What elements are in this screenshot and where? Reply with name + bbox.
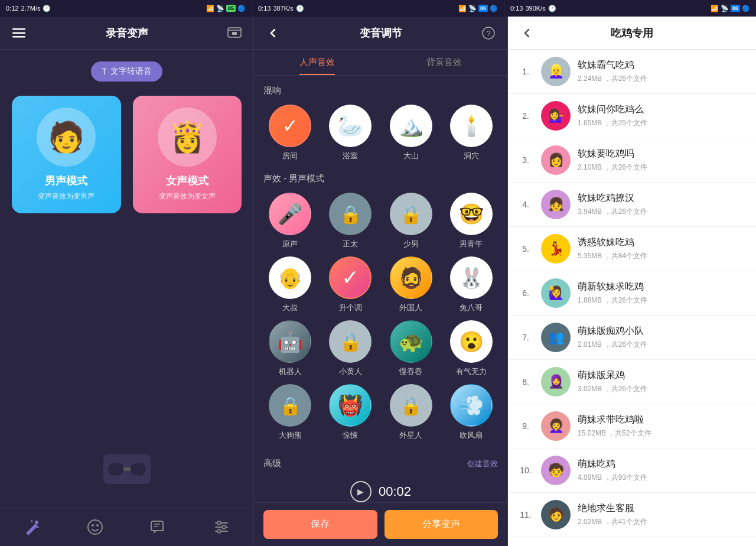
effect-label-youngmale: 少男	[403, 239, 419, 249]
list-title: 软妹问你吃鸡么	[578, 103, 747, 116]
play-button[interactable]: ▶	[350, 481, 372, 502]
effect-fan[interactable]: 💨 吹风扇	[445, 384, 498, 441]
panel2-bottom-buttons: 保存 分享变声	[254, 502, 507, 546]
effect-bugs-bunny[interactable]: 🐰 兔八哥	[445, 256, 498, 313]
list-num: 1.	[517, 67, 534, 76]
list-item[interactable]: 5. 💃 诱惑软妹吃鸡 5.35MB ，共84个文件	[508, 227, 756, 271]
effect-slow[interactable]: 🐢 慢吞吞	[384, 320, 438, 377]
list-item[interactable]: 9. 👩‍🦱 萌妹求带吃鸡啦 15.02MB ，共52个文件	[508, 404, 756, 448]
signal-icon-3: 📶	[711, 5, 719, 12]
effect-circle-bathroom: 🦢	[329, 105, 372, 147]
list-item[interactable]: 8. 🧕 萌妹版呆鸡 3.02MB ，共26个文件	[508, 360, 756, 404]
list-title: 软妹要吃鸡吗	[578, 148, 747, 160]
list-item[interactable]: 6. 🙋‍♀️ 萌新软妹求吃鸡 1.88MB ，共26个文件	[508, 271, 756, 316]
panel3-header: 吃鸡专用	[508, 17, 756, 50]
list-subtitle: 3.02MB ，共26个文件	[578, 384, 747, 394]
female-voice-card[interactable]: 👸 女声模式 变声音效为变女声	[133, 96, 242, 213]
male-voice-card[interactable]: 🧑 男声模式 变声音效为变男声	[12, 96, 121, 213]
effect-label-bugs: 兔八哥	[460, 303, 483, 313]
list-item[interactable]: 7. 👥 萌妹版痴鸡小队 2.01MB ，共26个文件	[508, 316, 756, 360]
toolbar-chat-icon[interactable]	[146, 515, 170, 539]
effect-weak[interactable]: 😮 有气无力	[445, 320, 498, 377]
toolbar-magic-icon[interactable]	[20, 515, 44, 539]
tab-bg-effects[interactable]: 背景音效	[381, 50, 508, 75]
panel2-back-icon[interactable]	[263, 24, 282, 43]
effect-robot[interactable]: 🤖 机器人	[263, 320, 317, 377]
male-avatar: 🧑	[37, 108, 96, 167]
playback-row: ▶ 00:02	[263, 474, 498, 502]
advanced-label: 高级	[263, 458, 281, 469]
list-num: 4.	[517, 200, 534, 209]
effect-alien[interactable]: 🔒 外星人	[384, 384, 438, 441]
tts-button[interactable]: T 文字转语音	[91, 61, 162, 82]
list-title: 诱惑软妹吃鸡	[578, 236, 747, 249]
tts-icon: T	[102, 67, 107, 76]
list-item[interactable]: 4. 👧 软妹吃鸡撩汉 3.94MB ，共26个文件	[508, 183, 756, 227]
effect-shota[interactable]: 🔒 正太	[324, 193, 377, 249]
share-button[interactable]: 分享变声	[384, 510, 498, 539]
effect-circle-minion: 🔒	[329, 320, 372, 363]
list-num: 9.	[517, 421, 534, 431]
list-title: 萌新软妹求吃鸡	[578, 281, 747, 293]
effect-circle-youngman: 🤓	[450, 193, 493, 235]
svg-point-6	[112, 463, 124, 475]
effect-room[interactable]: ✓ 房间	[263, 105, 317, 161]
effect-circle-cave: 🕯️	[450, 105, 493, 147]
svg-point-7	[115, 466, 121, 472]
female-card-subtitle: 变声音效为变女声	[159, 191, 216, 202]
reverb-grid: ✓ 房间 🦢 浴室 🏔️ 大山 🕯️ 洞穴	[263, 105, 498, 161]
reverb-section-title: 混响	[263, 85, 498, 96]
inbox-icon[interactable]	[225, 24, 244, 43]
effect-label-minion: 小黄人	[339, 366, 362, 377]
panel-recording: 录音变声 T 文字转语音 🧑 男声模式 变声音效为变男声	[0, 17, 254, 546]
clock-icon-1: 🕐	[43, 5, 51, 12]
effect-circle-shota: 🔒	[329, 193, 372, 235]
effect-horror[interactable]: 👹 惊悚	[324, 384, 377, 441]
toolbar-settings-icon[interactable]	[210, 515, 233, 539]
panel3-list[interactable]: 1. 👱‍♀️ 软妹霸气吃鸡 2.24MB ，共26个文件 2. 💁‍♀️ 软妹…	[508, 50, 756, 546]
panel2-help-icon[interactable]: ?	[479, 24, 498, 43]
menu-icon[interactable]	[9, 24, 28, 43]
list-item[interactable]: 11. 🧑 绝地求生客服 2.02MB ，共41个文件	[508, 493, 756, 537]
effect-foreigner[interactable]: 🧔 外国人	[384, 256, 438, 313]
effect-mountain[interactable]: 🏔️ 大山	[384, 105, 438, 161]
effect-minion[interactable]: 🔒 小黄人	[324, 320, 377, 377]
effect-bear[interactable]: 🔒 大狗熊	[263, 384, 317, 441]
effect-original[interactable]: 🎤 原声	[263, 193, 317, 249]
svg-point-11	[35, 521, 38, 524]
list-subtitle: 3.94MB ，共26个文件	[578, 207, 747, 217]
create-effect-button[interactable]: 创建音效	[467, 459, 498, 469]
playback-time: 00:02	[379, 484, 411, 499]
signal-icon-1: 📶	[206, 5, 214, 12]
panel3-back-icon[interactable]	[517, 24, 536, 43]
effect-label-original: 原声	[282, 239, 298, 249]
list-item[interactable]: 2. 💁‍♀️ 软妹问你吃鸡么 1.65MB ，共25个文件	[508, 94, 756, 138]
list-item[interactable]: 10. 🧒 萌妹吃鸡 4.09MB ，共93个文件	[508, 448, 756, 493]
effect-circle-original: 🎤	[269, 193, 311, 235]
status-network-2: 387K/s	[273, 5, 293, 12]
list-item[interactable]: 1. 👱‍♀️ 软妹霸气吃鸡 2.24MB ，共26个文件	[508, 50, 756, 94]
effect-cave[interactable]: 🕯️ 洞穴	[445, 105, 498, 161]
effect-uncle[interactable]: 👴 大叔	[263, 256, 317, 313]
effect-circle-fan: 💨	[450, 384, 493, 427]
effect-pitch-up[interactable]: ✓ 升个调	[324, 256, 377, 313]
list-info: 萌妹版痴鸡小队 2.01MB ，共26个文件	[578, 325, 747, 350]
effect-young-male[interactable]: 🔒 少男	[384, 193, 438, 249]
list-info: 软妹问你吃鸡么 1.65MB ，共25个文件	[578, 103, 747, 128]
list-num: 2.	[517, 111, 534, 121]
effect-label-shota: 正太	[343, 239, 358, 249]
toolbar-face-icon[interactable]	[83, 515, 107, 539]
list-subtitle: 1.65MB ，共25个文件	[578, 118, 747, 128]
list-title: 萌妹求带吃鸡啦	[578, 414, 747, 426]
list-title: 萌妹吃鸡	[578, 458, 747, 470]
panel2-scroll-area[interactable]: 混响 ✓ 房间 🦢 浴室 🏔️ 大山	[254, 76, 507, 502]
save-button[interactable]: 保存	[263, 510, 377, 539]
list-subtitle: 2.01MB ，共26个文件	[578, 340, 747, 350]
effect-young-man[interactable]: 🤓 男青年	[445, 193, 498, 249]
list-subtitle: 1.88MB ，共26个文件	[578, 295, 747, 306]
tab-vocal-effects[interactable]: 人声音效	[254, 50, 381, 75]
effect-bathroom[interactable]: 🦢 浴室	[324, 105, 377, 161]
panel2-title: 变音调节	[282, 26, 479, 40]
list-item[interactable]: 3. 👩 软妹要吃鸡吗 2.10MB ，共26个文件	[508, 138, 756, 183]
list-num: 8.	[517, 377, 534, 386]
